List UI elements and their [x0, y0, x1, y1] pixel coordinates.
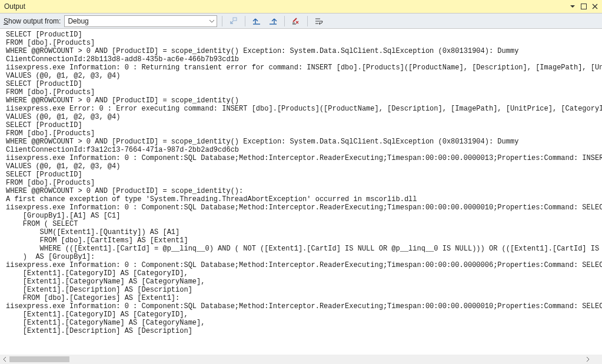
find-message-button — [227, 15, 240, 27]
toolbar-separator — [284, 16, 285, 26]
previous-message-button[interactable] — [250, 15, 263, 27]
titlebar-controls — [568, 2, 600, 11]
horizontal-scrollbar[interactable] — [0, 355, 593, 364]
show-output-from-label: Show output from: — [4, 17, 61, 25]
scrollbar-track[interactable] — [9, 355, 583, 364]
output-source-value: Debug — [68, 17, 88, 25]
dropdown-icon[interactable] — [568, 2, 577, 11]
next-message-button[interactable] — [267, 15, 280, 27]
scrollbar-corner — [593, 355, 602, 364]
titlebar: Output — [0, 0, 602, 14]
svg-rect-0 — [581, 4, 587, 9]
toolbar-separator — [222, 16, 222, 26]
maximize-icon[interactable] — [579, 2, 588, 11]
panel-title: Output — [2, 2, 568, 11]
svg-rect-1 — [233, 18, 237, 21]
scrollbar-thumb[interactable] — [9, 356, 69, 362]
close-icon[interactable] — [590, 2, 600, 11]
toggle-word-wrap-button[interactable] — [312, 15, 325, 27]
scroll-right-icon[interactable] — [583, 355, 593, 364]
output-source-select[interactable]: Debug — [64, 15, 217, 27]
toolbar-separator — [245, 16, 245, 26]
clear-all-button[interactable] — [290, 15, 302, 27]
output-log[interactable]: SELECT [ProductID] FROM [dbo].[Products]… — [0, 29, 602, 355]
scroll-left-icon[interactable] — [0, 355, 9, 364]
toolbar-separator — [307, 16, 308, 26]
toolbar: Show output from: Debug — [0, 14, 602, 29]
chevron-down-icon — [207, 16, 217, 26]
